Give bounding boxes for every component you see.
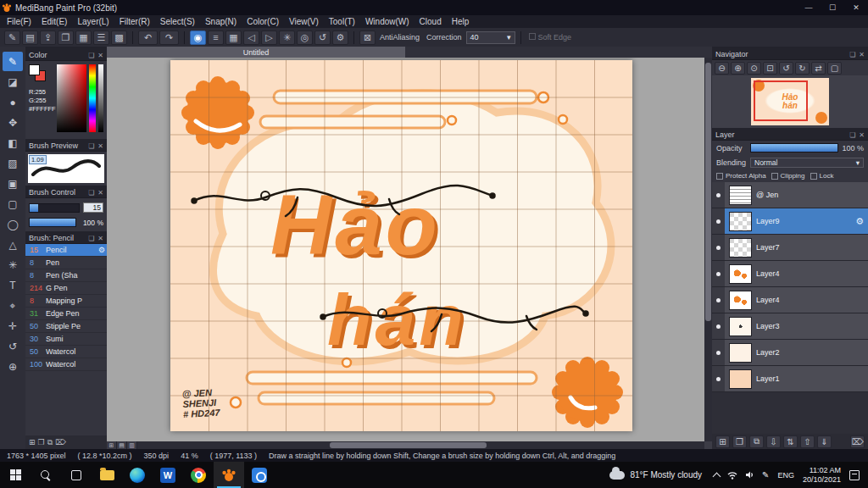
horizontal-scroll-thumb[interactable]: [330, 442, 487, 448]
menu-select[interactable]: Select(S): [155, 17, 200, 26]
snap-off-icon[interactable]: ◉: [190, 30, 206, 45]
vertical-scrollbar[interactable]: [704, 58, 712, 441]
document-tab-untitled[interactable]: Untitled: [107, 47, 405, 58]
task-view-button[interactable]: [61, 462, 92, 488]
brush-item-sumi[interactable]: 30 Sumi: [25, 333, 107, 346]
layer-row-layer4a[interactable]: Layer4: [712, 261, 868, 287]
rotate-right-icon[interactable]: ↻: [795, 62, 810, 75]
fill-tool[interactable]: ◧: [3, 133, 23, 152]
layer-row-layer2[interactable]: Layer2: [712, 340, 868, 366]
snap-curve-icon[interactable]: ↺: [314, 30, 331, 45]
snap-radial-icon[interactable]: ✳: [279, 30, 295, 45]
select-lasso-tool[interactable]: ◯: [3, 214, 23, 234]
menu-tool[interactable]: Tool(T): [324, 17, 360, 26]
canvas-nav-button-1[interactable]: ⊞: [107, 441, 117, 449]
eyedropper-tool[interactable]: ⌖: [3, 296, 23, 315]
layer-thumbnail[interactable]: [729, 369, 752, 389]
flip-icon[interactable]: ⇄: [811, 62, 826, 75]
minimize-button[interactable]: —: [797, 0, 821, 15]
menu-cloud[interactable]: Cloud: [415, 17, 447, 26]
brush-item-stipple[interactable]: 50 Stipple Pe: [25, 320, 107, 333]
close-panel-icon[interactable]: ✕: [859, 51, 865, 58]
layer-visibility-icon[interactable]: [712, 208, 725, 234]
soft-edge-toggle[interactable]: Soft Edge: [529, 33, 572, 42]
speaker-icon[interactable]: [745, 470, 754, 480]
hue-slider[interactable]: [89, 64, 97, 132]
redo-button[interactable]: ↷: [159, 30, 179, 45]
brush-folder-icon[interactable]: ❐: [38, 438, 45, 446]
navigator-thumbnail[interactable]: Hảo hán: [751, 78, 829, 125]
add-layer-icon[interactable]: ⊞: [715, 435, 730, 448]
move-layer-up-icon[interactable]: ⇧: [800, 435, 815, 448]
add-brush-icon[interactable]: ⊞: [29, 438, 36, 446]
layer-row-layer3[interactable]: Layer3: [712, 313, 868, 340]
layer-thumbnail[interactable]: [729, 186, 752, 205]
brush-size-slider[interactable]: [29, 203, 80, 213]
layer-visibility-icon[interactable]: [712, 366, 725, 391]
clipping-toggle[interactable]: Clipping: [771, 172, 805, 180]
layer-visibility-icon[interactable]: [712, 261, 725, 286]
medibang-button[interactable]: [214, 462, 244, 488]
menu-layer[interactable]: Layer(L): [72, 17, 114, 26]
gradient-tool[interactable]: ▨: [3, 153, 23, 173]
menu-snap[interactable]: Snap(N): [200, 17, 242, 26]
layer-visibility-icon[interactable]: [712, 340, 725, 365]
layer-thumbnail[interactable]: [729, 343, 752, 363]
word-button[interactable]: W: [153, 462, 183, 488]
brush-item-pen-sharp[interactable]: 8 Pen (Sha: [25, 269, 107, 282]
layer-thumbnail[interactable]: [729, 238, 752, 258]
palette-icon[interactable]: ▦: [75, 30, 92, 45]
dot-tool[interactable]: ●: [3, 92, 23, 112]
navigator-view-rectangle[interactable]: [754, 80, 808, 121]
taskbar-search-button[interactable]: [31, 462, 61, 488]
layer-thumbnail[interactable]: [729, 317, 752, 336]
delete-brush-icon[interactable]: ⌦: [55, 438, 66, 446]
menu-edit[interactable]: Edit(E): [36, 17, 73, 26]
language-indicator[interactable]: ENG: [774, 471, 798, 480]
close-panel-icon[interactable]: ✕: [859, 131, 865, 139]
brush-item-watercolor-1[interactable]: 50 Watercol: [25, 346, 107, 358]
layer-row-jen[interactable]: @ Jen: [712, 182, 868, 208]
tray-expand-icon[interactable]: [713, 472, 721, 480]
sliders-icon[interactable]: ☰: [93, 30, 109, 45]
move-layer-down-icon[interactable]: ⇓: [817, 435, 832, 448]
rotate-tool[interactable]: ↺: [3, 336, 23, 356]
file-explorer-button[interactable]: [92, 462, 122, 488]
grid-icon[interactable]: ▩: [111, 30, 127, 45]
magic-wand-tool[interactable]: ✳: [3, 255, 23, 274]
eraser-tool[interactable]: ◪: [3, 72, 23, 92]
brush-item-pen[interactable]: 8 Pen: [25, 257, 107, 269]
snap-circle-icon[interactable]: ◎: [297, 30, 313, 45]
close-panel-icon[interactable]: ✕: [97, 142, 103, 150]
zoom-100-icon[interactable]: ⊙: [747, 62, 761, 75]
float-panel-icon[interactable]: ❏: [88, 142, 94, 150]
brush-settings-icon[interactable]: ✎: [4, 30, 20, 45]
artwork-canvas[interactable]: Hảo Hảo hán hán: [170, 60, 632, 431]
select-rect-tool[interactable]: ▢: [3, 194, 23, 214]
layer-thumbnail[interactable]: [729, 291, 752, 310]
snap-settings-icon[interactable]: ⚙: [332, 30, 348, 45]
layer-visibility-icon[interactable]: [712, 235, 725, 260]
protect-alpha-toggle[interactable]: Protect Alpha: [716, 172, 766, 180]
move-tool[interactable]: ✥: [3, 113, 23, 132]
antialiasing-icon[interactable]: ⊠: [359, 30, 376, 45]
menu-help[interactable]: Help: [447, 17, 475, 26]
comment-icon[interactable]: ❐: [58, 30, 74, 45]
merge-down-icon[interactable]: ⇩: [766, 435, 781, 448]
float-panel-icon[interactable]: ❏: [88, 52, 94, 59]
color-swatches[interactable]: [29, 64, 47, 83]
menu-window[interactable]: Window(W): [360, 17, 415, 26]
close-panel-icon[interactable]: ✕: [97, 235, 103, 242]
saturation-value-picker[interactable]: [57, 64, 86, 132]
fit-window-icon[interactable]: ⊡: [763, 62, 777, 75]
correction-dropdown[interactable]: 40▾: [466, 31, 515, 44]
rotate-left-icon[interactable]: ↺: [779, 62, 793, 75]
canvas-nav-button-3[interactable]: ▥: [127, 441, 137, 449]
action-center-icon[interactable]: [849, 470, 860, 480]
layer-row-layer1[interactable]: Layer1: [712, 366, 868, 392]
canvas-viewport[interactable]: Hảo Hảo hán hán: [107, 58, 704, 441]
brush-settings-gear-icon[interactable]: ⚙: [98, 246, 105, 254]
reset-view-icon[interactable]: ▢: [827, 62, 842, 75]
canvas-nav-button-2[interactable]: ▤: [117, 441, 127, 449]
float-panel-icon[interactable]: ❏: [849, 131, 855, 139]
